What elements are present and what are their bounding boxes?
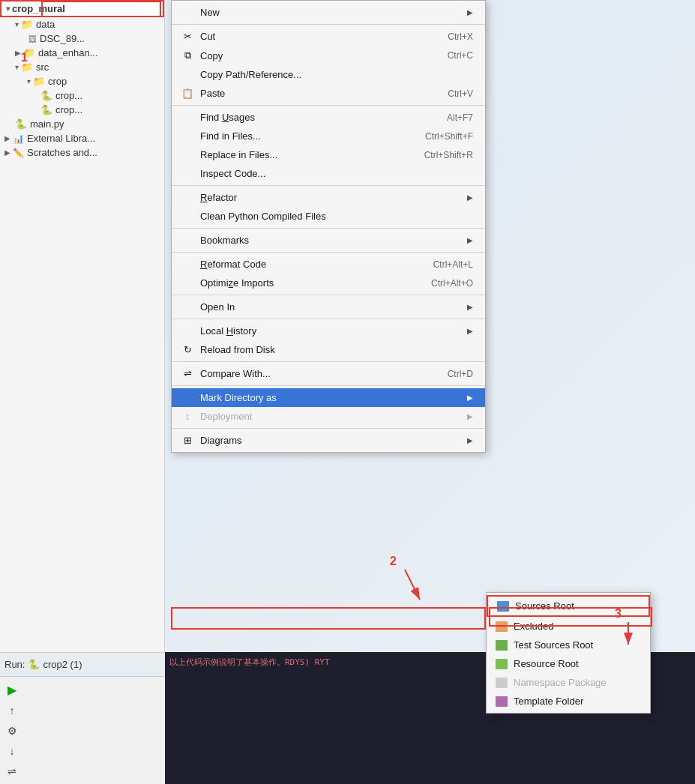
- bookmarks-arrow: ▶: [467, 236, 473, 244]
- deployment-arrow: ▶: [467, 412, 473, 420]
- tree-item-crop1[interactable]: 🐍 crop...: [0, 88, 164, 103]
- tree-label-src: src: [36, 61, 49, 73]
- play-btn[interactable]: ▶: [3, 681, 21, 699]
- tree-item-scratches[interactable]: ▶ ✏️ Scratches and...: [0, 145, 164, 160]
- tree-arrow-crop: ▾: [27, 77, 31, 85]
- submenu-item-template-folder[interactable]: Template Folder: [487, 692, 650, 711]
- reformat-shortcut: Ctrl+Alt+L: [433, 259, 473, 270]
- copy-icon: ⧉: [181, 49, 194, 61]
- tree-item-dsc[interactable]: 🖼 DSC_89...: [0, 31, 164, 46]
- run-text: crop2 (1): [43, 659, 82, 670]
- menu-label-bookmarks: Bookmarks: [200, 235, 249, 246]
- folder-icon-enhan: 📁: [23, 47, 35, 58]
- menu-item-reload-disk[interactable]: ↻ Reload from Disk: [172, 340, 485, 359]
- tree-label-crop-folder: crop: [48, 76, 67, 87]
- menu-item-new[interactable]: New ▶: [172, 3, 485, 22]
- menu-item-optimize-imports[interactable]: Optimize Imports Ctrl+Alt+O: [172, 274, 485, 292]
- menu-label-find-files: Find in Files...: [200, 130, 261, 142]
- tree-root-item[interactable]: ▾ crop_mural: [0, 0, 164, 17]
- bottom-toolbar: ▶ ↑ ⚙ ↓ ⇌: [0, 676, 165, 784]
- replace-files-shortcut: Ctrl+Shift+R: [424, 150, 473, 160]
- run-label: Run:: [4, 659, 25, 670]
- sep-3: [172, 185, 485, 186]
- menu-item-local-history[interactable]: Local History ▶: [172, 322, 485, 340]
- tree-item-data[interactable]: ▾ 📁 data: [0, 17, 164, 31]
- deployment-icon: ↕: [181, 411, 194, 422]
- down-btn[interactable]: ↓: [3, 742, 21, 759]
- menu-label-copy-path: Copy Path/Reference...: [200, 69, 301, 80]
- py-icon-main: 🐍: [15, 118, 27, 130]
- menu-item-copy-path[interactable]: Copy Path/Reference...: [172, 65, 485, 84]
- tree-label-dsc: DSC_89...: [40, 33, 85, 44]
- menu-label-local-history: Local History: [200, 325, 256, 337]
- ext-lib-icon: 📊: [13, 133, 24, 144]
- redirect-btn[interactable]: ⇌: [3, 762, 21, 780]
- menu-item-clean-python[interactable]: Clean Python Compiled Files: [172, 207, 485, 226]
- menu-item-inspect-code[interactable]: Inspect Code...: [172, 164, 485, 183]
- tree-label-data: data: [36, 19, 55, 30]
- sources-root-folder-icon: [497, 601, 509, 612]
- menu-label-reload-disk: Reload from Disk: [200, 344, 275, 355]
- submenu-item-excluded[interactable]: Excluded: [487, 617, 650, 636]
- template-folder-label: Template Folder: [514, 696, 583, 707]
- tree-arrow-enhan: ▶: [15, 49, 21, 57]
- menu-item-paste[interactable]: 📋 Paste Ctrl+V: [172, 84, 485, 103]
- tree-arrow-scratches: ▶: [4, 148, 10, 157]
- menu-label-deployment: Deployment: [200, 411, 252, 422]
- open-in-arrow: ▶: [467, 303, 473, 311]
- menu-item-mark-directory[interactable]: Mark Directory as ▶: [172, 388, 485, 407]
- scratches-icon: ✏️: [13, 148, 24, 158]
- tree-label-scratches: Scratches and...: [27, 147, 97, 158]
- tree-item-crop2[interactable]: 🐍 crop...: [0, 103, 164, 117]
- menu-item-refactor[interactable]: Refactor ▶: [172, 188, 485, 207]
- tree-item-external[interactable]: ▶ 📊 External Libra...: [0, 131, 164, 145]
- up-btn[interactable]: ↑: [3, 702, 21, 719]
- tree-label-external: External Libra...: [27, 133, 95, 144]
- menu-label-new: New: [200, 7, 220, 18]
- namespace-folder-icon: [496, 678, 508, 688]
- menu-label-replace-files: Replace in Files...: [200, 149, 277, 160]
- settings-btn[interactable]: ⚙: [3, 722, 21, 739]
- tree-item-data-enhan[interactable]: ▶ 📁 data_enhan...: [0, 46, 164, 60]
- local-history-arrow: ▶: [467, 327, 473, 335]
- tree-label-crop2: crop...: [55, 104, 82, 115]
- submenu-mark-directory: Sources Root Excluded Test Sources Root …: [486, 592, 651, 714]
- menu-label-paste: Paste: [200, 88, 225, 99]
- sep-7: [172, 319, 485, 319]
- test-sources-label: Test Sources Root: [514, 639, 593, 651]
- menu-label-clean-python: Clean Python Compiled Files: [200, 211, 326, 222]
- tree-label-main: main.py: [30, 118, 64, 130]
- menu-item-replace-files[interactable]: Replace in Files... Ctrl+Shift+R: [172, 145, 485, 164]
- menu-item-find-files[interactable]: Find in Files... Ctrl+Shift+F: [172, 127, 485, 145]
- menu-item-copy[interactable]: ⧉ Copy Ctrl+C: [172, 46, 485, 65]
- menu-label-optimize: Optimize Imports: [200, 277, 274, 289]
- menu-item-bookmarks[interactable]: Bookmarks ▶: [172, 231, 485, 250]
- menu-item-diagrams[interactable]: ⊞ Diagrams ▶: [172, 431, 485, 450]
- submenu-item-resource-root[interactable]: Resource Root: [487, 654, 650, 673]
- cut-icon: ✂: [181, 31, 194, 42]
- tree-item-main[interactable]: 🐍 main.py: [0, 117, 164, 131]
- run-bar: Run: 🐍 crop2 (1): [0, 652, 165, 676]
- py-icon-crop2: 🐍: [40, 104, 52, 115]
- find-files-shortcut: Ctrl+Shift+F: [425, 131, 473, 142]
- sep-8: [172, 361, 485, 362]
- sources-root-label: Sources Root: [515, 600, 574, 612]
- sep-5: [172, 252, 485, 253]
- sep-2: [172, 105, 485, 106]
- folder-icon-src: 📁: [21, 61, 33, 73]
- submenu-item-sources-root[interactable]: Sources Root: [487, 595, 650, 617]
- submenu-item-test-sources[interactable]: Test Sources Root: [487, 636, 650, 654]
- menu-label-reformat: Reformat Code: [200, 259, 266, 270]
- excluded-folder-icon: [496, 621, 508, 632]
- tree-item-crop-folder[interactable]: ▾ 📁 crop: [0, 74, 164, 88]
- context-menu: New ▶ ✂ Cut Ctrl+X ⧉ Copy Ctrl+C Copy Pa…: [171, 0, 486, 453]
- menu-item-find-usages[interactable]: Find Usages Alt+F7: [172, 108, 485, 127]
- menu-item-open-in[interactable]: Open In ▶: [172, 298, 485, 316]
- submenu-item-namespace[interactable]: Namespace Package: [487, 673, 650, 692]
- tree-item-src[interactable]: ▾ 📁 src: [0, 60, 164, 74]
- menu-item-reformat[interactable]: Reformat Code Ctrl+Alt+L: [172, 255, 485, 274]
- menu-item-deployment[interactable]: ↕ Deployment ▶: [172, 407, 485, 426]
- menu-item-cut[interactable]: ✂ Cut Ctrl+X: [172, 27, 485, 46]
- sep-6: [172, 295, 485, 295]
- menu-item-compare-with[interactable]: ⇌ Compare With... Ctrl+D: [172, 364, 485, 383]
